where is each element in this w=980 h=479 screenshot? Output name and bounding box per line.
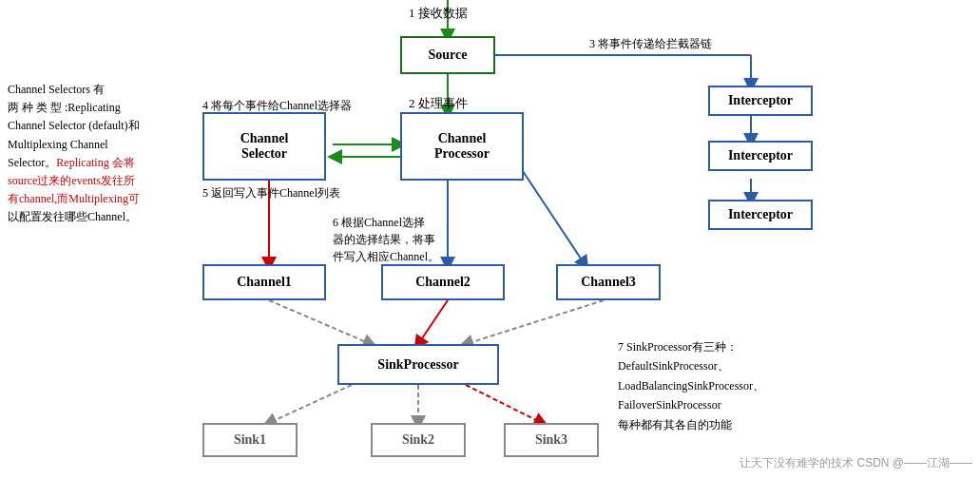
- label-2: 2 处理事件: [409, 95, 468, 112]
- channel-processor-box: Channel Processor: [400, 112, 524, 181]
- label-7: 7 SinkProcessor有三种： DefaultSinkProcessor…: [618, 337, 764, 434]
- svg-line-16: [466, 385, 542, 423]
- source-box: Source: [400, 36, 495, 74]
- sink1-box: Sink1: [202, 423, 298, 457]
- watermark: 让天下没有难学的技术 CSDN @——江湖——: [740, 455, 972, 471]
- sidebar-text8: 以配置发往哪些Channel。: [8, 210, 137, 223]
- sidebar-text4: Multiplexing Channel: [8, 138, 108, 151]
- svg-line-11: [269, 300, 371, 344]
- sink2-box: Sink2: [371, 423, 466, 457]
- sidebar-text5-red: Replicating 会将: [56, 156, 134, 169]
- channel-selector-box: Channel Selector: [202, 112, 326, 181]
- label-4: 4 将每个事件给Channel选择器: [202, 98, 352, 114]
- channel1-box: Channel1: [202, 264, 326, 300]
- sidebar-text1: Channel Selectors 有: [8, 83, 105, 96]
- svg-line-12: [418, 300, 448, 344]
- label-1: 1 接收数据: [409, 5, 468, 22]
- sidebar-text2: 两 种 类 型 :Replicating: [8, 101, 121, 114]
- sidebar-text3: Channel Selector (default)和: [8, 119, 140, 132]
- label-5: 5 返回写入事件Channel列表: [202, 185, 340, 201]
- svg-line-10: [513, 157, 585, 264]
- label-3: 3 将事件传递给拦截器链: [589, 36, 712, 52]
- label-6: 6 根据Channel选择 器的选择结果，将事 件写入相应Channel。: [333, 214, 439, 265]
- svg-line-14: [269, 385, 352, 423]
- svg-line-13: [466, 300, 604, 344]
- channel3-box: Channel3: [556, 264, 661, 300]
- interceptor3-box: Interceptor: [708, 200, 813, 230]
- sidebar-text7-red: 有channel,而Multiplexing可: [8, 192, 140, 205]
- sink3-box: Sink3: [504, 423, 599, 457]
- interceptor2-box: Interceptor: [708, 141, 813, 171]
- sidebar-text: Channel Selectors 有 两 种 类 型 :Replicating…: [0, 76, 190, 232]
- channel2-box: Channel2: [381, 264, 505, 300]
- sink-processor-box: SinkProcessor: [337, 344, 499, 385]
- sidebar-text6-red: source过来的events发往所: [8, 174, 135, 187]
- sidebar-text5: Selector。: [8, 156, 56, 169]
- interceptor1-box: Interceptor: [708, 86, 813, 116]
